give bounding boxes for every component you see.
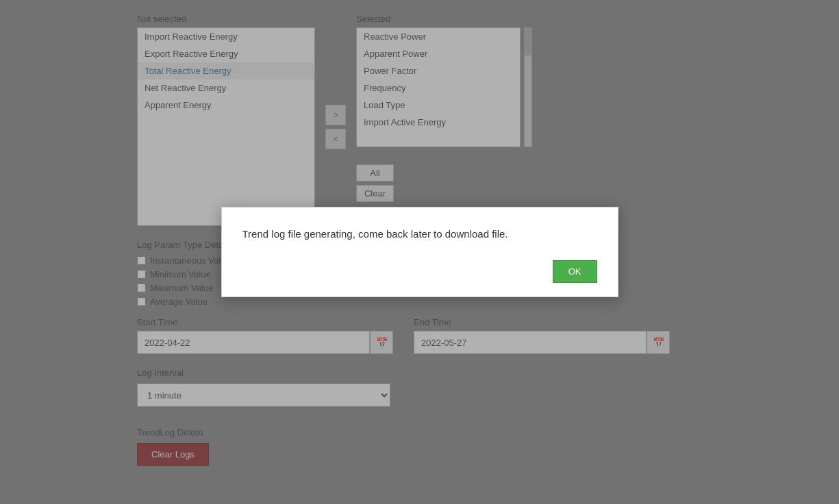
- modal-box: Trend log file generating, come back lat…: [221, 207, 618, 297]
- ok-button[interactable]: OK: [553, 260, 597, 283]
- modal-message: Trend log file generating, come back lat…: [242, 228, 597, 240]
- modal-overlay: Trend log file generating, come back lat…: [0, 0, 839, 504]
- modal-footer: OK: [242, 260, 597, 283]
